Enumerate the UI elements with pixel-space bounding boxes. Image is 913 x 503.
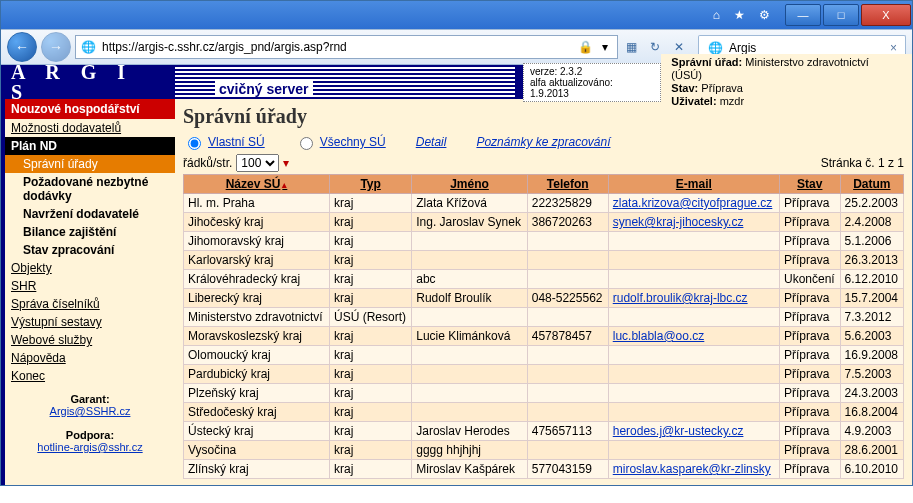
table-cell bbox=[527, 232, 608, 251]
table-cell: Příprava bbox=[779, 422, 840, 441]
table-row[interactable]: Plzeňský krajkrajPříprava24.3.2003 bbox=[184, 384, 904, 403]
link-detail[interactable]: Detail bbox=[416, 135, 447, 149]
link-notes[interactable]: Poznámky ke zpracování bbox=[476, 135, 610, 149]
table-row[interactable]: Středočeský krajkrajPříprava16.8.2004 bbox=[184, 403, 904, 422]
col-phone[interactable]: Telefon bbox=[527, 175, 608, 194]
col-type[interactable]: Typ bbox=[329, 175, 411, 194]
table-cell bbox=[412, 365, 528, 384]
nav-shr[interactable]: SHR bbox=[5, 277, 175, 295]
col-email[interactable]: E-mail bbox=[608, 175, 779, 194]
email-link[interactable]: synek@kraj-jihocesky.cz bbox=[613, 215, 744, 229]
nav-bilance[interactable]: Bilance zajištění bbox=[5, 223, 175, 241]
nav-stav[interactable]: Stav zpracování bbox=[5, 241, 175, 259]
col-person[interactable]: Jméno bbox=[412, 175, 528, 194]
radio-all[interactable]: Všechny SÚ bbox=[295, 134, 386, 150]
table-cell: 2.4.2008 bbox=[840, 213, 903, 232]
table-cell: luc.blabla@oo.cz bbox=[608, 327, 779, 346]
nav-pozadovane[interactable]: Požadované nezbytné dodávky bbox=[5, 173, 175, 205]
table-cell: 7.3.2012 bbox=[840, 308, 903, 327]
table-cell bbox=[527, 365, 608, 384]
radio-own-input[interactable] bbox=[188, 137, 201, 150]
table-row[interactable]: Vysočinakrajgggg hhjhjhjPříprava28.6.200… bbox=[184, 441, 904, 460]
table-cell: Jaroslav Herodes bbox=[412, 422, 528, 441]
nav-webove[interactable]: Webové služby bbox=[5, 331, 175, 349]
table-cell: gggg hhjhjhj bbox=[412, 441, 528, 460]
table-row[interactable]: Olomoucký krajkrajPříprava16.9.2008 bbox=[184, 346, 904, 365]
email-link[interactable]: miroslav.kasparek@kr-zlinsky bbox=[613, 462, 771, 476]
table-cell: kraj bbox=[329, 460, 411, 479]
table-cell: Příprava bbox=[779, 346, 840, 365]
nav-plan-nd[interactable]: Plán ND bbox=[5, 137, 175, 155]
email-link[interactable]: herodes.j@kr-ustecky.cz bbox=[613, 424, 744, 438]
table-row[interactable]: Ministerstvo zdravotnictvíÚSÚ (Resort)Př… bbox=[184, 308, 904, 327]
table-row[interactable]: Zlínský krajkrajMiroslav Kašpárek5770431… bbox=[184, 460, 904, 479]
nav-napoveda[interactable]: Nápověda bbox=[5, 349, 175, 367]
nav-sprava[interactable]: Správa číselníků bbox=[5, 295, 175, 313]
header-stripes: cvičný server bbox=[175, 65, 515, 99]
table-cell bbox=[608, 232, 779, 251]
rows-select[interactable]: 100 bbox=[236, 154, 279, 172]
col-state[interactable]: Stav bbox=[779, 175, 840, 194]
nav-navrzeni[interactable]: Navržení dodavatelé bbox=[5, 205, 175, 223]
nav-moznosti[interactable]: Možnosti dodavatelů bbox=[5, 119, 175, 137]
table-cell: kraj bbox=[329, 365, 411, 384]
email-link[interactable]: zlata.krizova@cityofprague.cz bbox=[613, 196, 773, 210]
table-row[interactable]: Karlovarský krajkrajPříprava26.3.2013 bbox=[184, 251, 904, 270]
meta-box: Správní úřad: Ministerstvo zdravotnictví… bbox=[661, 54, 912, 110]
nav-spravni-urady[interactable]: Správní úřady bbox=[5, 155, 175, 173]
forward-button[interactable]: → bbox=[41, 32, 71, 62]
table-cell: 6.12.2010 bbox=[840, 270, 903, 289]
back-button[interactable]: ← bbox=[7, 32, 37, 62]
table-cell: 16.9.2008 bbox=[840, 346, 903, 365]
table-cell: Vysočina bbox=[184, 441, 330, 460]
compat-icon[interactable]: ▦ bbox=[622, 38, 640, 56]
email-link[interactable]: rudolf.broulik@kraj-lbc.cz bbox=[613, 291, 748, 305]
table-row[interactable]: Moravskoslezský krajkrajLucie Klimánková… bbox=[184, 327, 904, 346]
minimize-button[interactable]: — bbox=[785, 4, 821, 26]
app-logo: A R G I S bbox=[1, 62, 175, 102]
nav-konec[interactable]: Konec bbox=[5, 367, 175, 385]
garant-mail[interactable]: Argis@SSHR.cz bbox=[50, 405, 131, 417]
favorites-icon[interactable]: ★ bbox=[734, 8, 745, 22]
table-cell bbox=[608, 441, 779, 460]
table-cell: kraj bbox=[329, 346, 411, 365]
browser-window: ⌂ ★ ⚙ — □ X ← → 🌐 🔒 ▾ ▦ ↻ ✕ 🌐 Argis × bbox=[0, 0, 913, 486]
table-row[interactable]: Ústecký krajkrajJaroslav Herodes47565711… bbox=[184, 422, 904, 441]
table-cell: Moravskoslezský kraj bbox=[184, 327, 330, 346]
podpora-mail[interactable]: hotline-argis@sshr.cz bbox=[37, 441, 142, 453]
close-button[interactable]: X bbox=[861, 4, 911, 26]
table-row[interactable]: Královéhradecký krajkrajabcUkončení6.12.… bbox=[184, 270, 904, 289]
table-cell bbox=[608, 403, 779, 422]
email-link[interactable]: luc.blabla@oo.cz bbox=[613, 329, 705, 343]
table-cell: 6.10.2010 bbox=[840, 460, 903, 479]
table-row[interactable]: Liberecký krajkrajRudolf Broulík048-5225… bbox=[184, 289, 904, 308]
table-row[interactable]: Pardubický krajkrajPříprava7.5.2003 bbox=[184, 365, 904, 384]
table-row[interactable]: Jihočeský krajkrajIng. Jaroslav Synek386… bbox=[184, 213, 904, 232]
table-cell: kraj bbox=[329, 194, 411, 213]
table-cell bbox=[527, 384, 608, 403]
nav-vystupni[interactable]: Výstupní sestavy bbox=[5, 313, 175, 331]
nav-nouzove[interactable]: Nouzové hospodářství bbox=[5, 99, 175, 119]
table-cell bbox=[412, 403, 528, 422]
radio-all-input[interactable] bbox=[300, 137, 313, 150]
dropdown-icon[interactable]: ▾ bbox=[597, 39, 613, 55]
table-cell: rudolf.broulik@kraj-lbc.cz bbox=[608, 289, 779, 308]
table-cell: 048-5225562 bbox=[527, 289, 608, 308]
tab-close-icon[interactable]: × bbox=[890, 41, 897, 55]
app-header: A R G I S cvičný server verze: 2.3.2 alf… bbox=[1, 65, 912, 99]
home-icon[interactable]: ⌂ bbox=[713, 8, 720, 22]
maximize-button[interactable]: □ bbox=[823, 4, 859, 26]
tools-icon[interactable]: ⚙ bbox=[759, 8, 770, 22]
address-bar[interactable]: 🌐 🔒 ▾ bbox=[75, 35, 618, 59]
table-cell: kraj bbox=[329, 384, 411, 403]
table-row[interactable]: Jihomoravský krajkrajPříprava5.1.2006 bbox=[184, 232, 904, 251]
col-date[interactable]: Datum bbox=[840, 175, 903, 194]
col-name[interactable]: Název SÚ▴ bbox=[184, 175, 330, 194]
url-input[interactable] bbox=[100, 39, 573, 55]
nav-objekty[interactable]: Objekty bbox=[5, 259, 175, 277]
radio-own[interactable]: Vlastní SÚ bbox=[183, 134, 265, 150]
table-cell: 577043159 bbox=[527, 460, 608, 479]
server-label: cvičný server bbox=[215, 81, 313, 97]
table-cell: Pardubický kraj bbox=[184, 365, 330, 384]
table-row[interactable]: Hl. m. PrahakrajZlata Křížová222325829zl… bbox=[184, 194, 904, 213]
